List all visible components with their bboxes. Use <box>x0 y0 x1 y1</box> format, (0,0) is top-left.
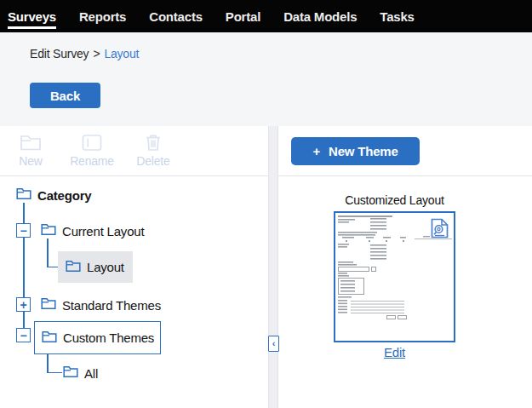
tree-label-standard-themes: Standard Themes <box>62 298 161 313</box>
panel-divider: ‹ <box>268 126 278 408</box>
tab-reports[interactable]: Reports <box>79 0 126 32</box>
chevron-left-icon: ‹ <box>272 338 276 348</box>
breadcrumb-separator: > <box>93 47 100 60</box>
tab-contacts[interactable]: Contacts <box>149 0 203 32</box>
tree-node-all[interactable]: All <box>63 365 98 382</box>
new-theme-button[interactable]: + New Theme <box>291 137 420 165</box>
tree-line-child-all-h <box>47 372 62 374</box>
tab-surveys[interactable]: Surveys <box>8 0 56 32</box>
plus-icon: + <box>312 144 320 158</box>
theme-card: Customized Layout <box>334 193 455 359</box>
collapse-expander-current-layout[interactable]: − <box>16 223 31 238</box>
breadcrumb: Edit Survey>Layout <box>30 47 139 60</box>
tree-node-category[interactable]: Category <box>16 187 91 204</box>
category-toolbar: New Rename <box>0 126 268 176</box>
folder-icon <box>66 260 81 275</box>
expand-expander-standard-themes[interactable]: + <box>16 297 31 312</box>
folder-icon <box>63 365 78 381</box>
tree-label-layout: Layout <box>87 260 124 274</box>
tree-label-all: All <box>84 366 98 381</box>
delete-label: Delete <box>136 154 169 168</box>
delete-category-button[interactable]: Delete <box>128 134 179 168</box>
folder-icon <box>42 330 57 346</box>
tab-tasks[interactable]: Tasks <box>380 0 414 32</box>
category-panel: New Rename <box>0 126 268 408</box>
new-label: New <box>19 154 42 168</box>
rename-label: Rename <box>70 154 114 168</box>
rename-category-button[interactable]: Rename <box>66 134 117 168</box>
main-content: New Rename <box>0 126 532 408</box>
themes-toolbar: + New Theme <box>278 126 532 176</box>
tree-line-child-all <box>47 354 49 373</box>
back-button[interactable]: Back <box>30 83 100 108</box>
folder-icon <box>41 223 56 238</box>
tree-label-category: Category <box>37 188 91 203</box>
tree-node-current-layout[interactable]: Current Layout <box>41 222 144 239</box>
tab-portal[interactable]: Portal <box>226 0 260 32</box>
folder-icon <box>41 297 56 313</box>
theme-title: Customized Layout <box>334 193 455 207</box>
edit-theme-link[interactable]: Edit <box>334 345 455 359</box>
rename-icon <box>82 134 102 152</box>
category-tree: Category − Current Layout <box>0 176 268 408</box>
layout-thumbnail-preview[interactable] <box>334 211 455 342</box>
tree-line-child-layout-h <box>47 267 59 268</box>
preview-magnifier-icon[interactable] <box>431 218 449 242</box>
tree-node-custom-themes-focused[interactable]: Custom Themes <box>34 321 161 354</box>
themes-panel: + New Theme Customized Layout <box>278 126 532 408</box>
trash-icon <box>144 134 163 152</box>
tab-data-models[interactable]: Data Models <box>283 0 357 32</box>
new-folder-icon <box>20 134 42 152</box>
folder-icon <box>16 187 31 203</box>
top-nav: Surveys Reports Contacts Portal Data Mod… <box>0 0 532 32</box>
collapse-expander-custom-themes[interactable]: − <box>16 328 31 342</box>
themes-list: Customized Layout <box>278 176 532 408</box>
new-theme-label: New Theme <box>329 144 398 158</box>
breadcrumb-current[interactable]: Layout <box>104 47 139 60</box>
tree-node-standard-themes[interactable]: Standard Themes <box>41 296 161 313</box>
tree-line-child-layout <box>47 238 49 267</box>
tree-node-layout-selected[interactable]: Layout <box>58 251 133 283</box>
page-header: Edit Survey>Layout Back <box>0 32 532 126</box>
breadcrumb-section: Edit Survey <box>30 47 89 60</box>
tree-label-current-layout: Current Layout <box>62 224 144 238</box>
tree-label-custom-themes: Custom Themes <box>63 330 154 345</box>
new-category-button[interactable]: New <box>5 134 56 168</box>
